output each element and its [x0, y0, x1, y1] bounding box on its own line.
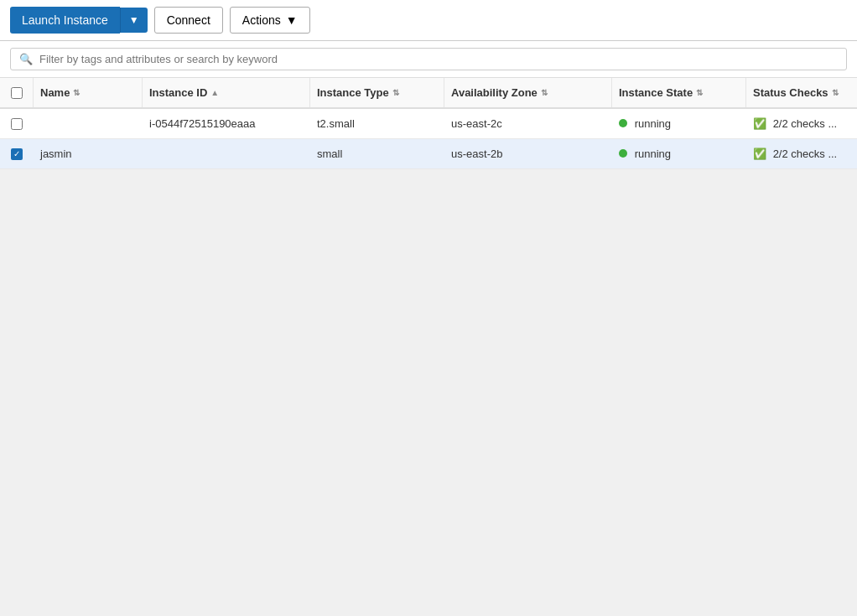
col-instance-id-label: Instance ID: [149, 86, 207, 99]
row1-checkbox-cell[interactable]: [0, 110, 34, 138]
toolbar: Launch Instance ▼ Connect Actions ▼: [0, 0, 857, 41]
row2-check-icon: ✅: [753, 148, 766, 160]
row1-state-text: running: [635, 117, 671, 130]
row1-state: running: [612, 109, 746, 138]
col-header-instance-id[interactable]: Instance ID ▲: [143, 78, 310, 107]
col-header-availability-zone[interactable]: Availability Zone ⇅: [444, 78, 612, 107]
row1-az: us-east-2c: [444, 109, 612, 138]
table-row[interactable]: jasmin small us-east-2b running ✅ 2/2 ch…: [0, 139, 857, 169]
col-status-label: Status Checks: [753, 86, 828, 99]
row1-name: [34, 116, 143, 132]
row2-checks-text: 2/2 checks ...: [773, 148, 838, 160]
col-header-instance-state[interactable]: Instance State ⇅: [612, 78, 746, 107]
table-header: Name ⇅ Instance ID ▲ Instance Type ⇅ Ava…: [0, 78, 857, 109]
row1-checks-text: 2/2 checks ...: [773, 117, 838, 130]
instance-type-sort-icon: ⇅: [392, 88, 399, 97]
col-name-label: Name: [40, 86, 70, 99]
launch-instance-group: Launch Instance ▼: [10, 7, 148, 34]
row1-status-checks: ✅ 2/2 checks ...: [746, 109, 857, 138]
table-row[interactable]: i-0544f72515190eaaa t2.small us-east-2c …: [0, 109, 857, 139]
launch-instance-button[interactable]: Launch Instance: [10, 7, 120, 34]
search-icon: 🔍: [19, 53, 33, 65]
row2-az: us-east-2b: [444, 139, 612, 168]
actions-button[interactable]: Actions ▼: [230, 7, 310, 34]
actions-label: Actions: [242, 13, 281, 27]
col-header-instance-type[interactable]: Instance Type ⇅: [310, 78, 444, 107]
status-sort-icon: ⇅: [832, 88, 839, 97]
row1-state-dot: [619, 119, 627, 127]
state-sort-icon: ⇅: [696, 88, 703, 97]
search-input[interactable]: [39, 53, 838, 65]
col-state-label: Instance State: [619, 86, 693, 99]
instance-id-sort-icon: ▲: [210, 88, 219, 97]
row1-checkbox[interactable]: [11, 118, 23, 130]
row2-checkbox-cell[interactable]: [0, 140, 34, 168]
main-content: Name ⇅ Instance ID ▲ Instance Type ⇅ Ava…: [0, 78, 857, 169]
row1-instance-id: i-0544f72515190eaaa: [143, 109, 310, 138]
col-header-status-checks[interactable]: Status Checks ⇅: [746, 78, 857, 107]
select-all-checkbox[interactable]: [11, 87, 23, 99]
row2-instance-type: small: [310, 139, 444, 168]
col-az-label: Availability Zone: [451, 86, 538, 99]
row2-state-text: running: [635, 148, 671, 160]
row2-status-checks: ✅ 2/2 checks ...: [746, 139, 857, 168]
row2-instance-id: [143, 146, 310, 163]
col-instance-type-label: Instance Type: [317, 86, 389, 99]
row2-checkbox[interactable]: [11, 148, 23, 160]
col-header-checkbox[interactable]: [0, 78, 34, 107]
connect-button[interactable]: Connect: [154, 7, 223, 34]
col-header-name[interactable]: Name ⇅: [34, 78, 143, 107]
actions-chevron-icon: ▼: [286, 13, 298, 27]
row2-name: jasmin: [34, 139, 143, 168]
row2-state: running: [612, 139, 746, 168]
row1-instance-type: t2.small: [310, 109, 444, 138]
name-sort-icon: ⇅: [73, 88, 80, 97]
search-bar: 🔍: [0, 41, 857, 78]
row1-check-icon: ✅: [753, 117, 766, 130]
row2-state-dot: [619, 149, 627, 158]
launch-instance-arrow[interactable]: ▼: [120, 8, 148, 33]
az-sort-icon: ⇅: [541, 88, 548, 97]
search-wrapper: 🔍: [10, 48, 847, 70]
